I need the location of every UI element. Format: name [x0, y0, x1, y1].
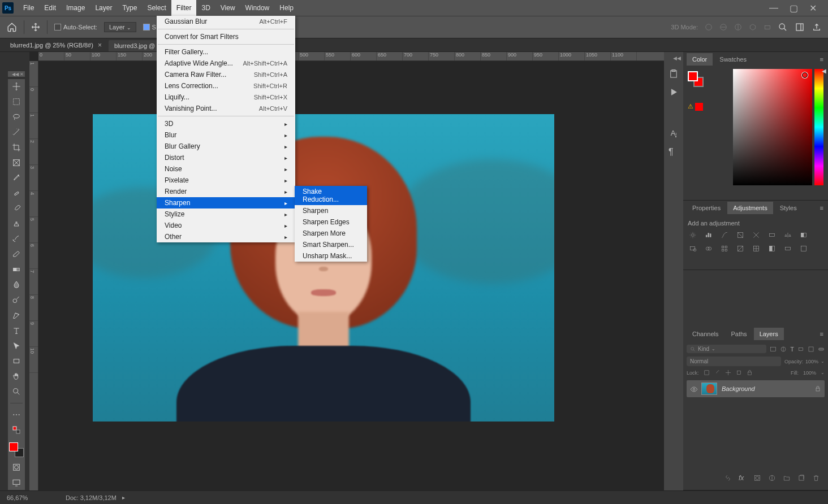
3d-icon-2[interactable] — [719, 23, 727, 31]
eraser-tool-icon[interactable] — [11, 249, 21, 259]
move-tool-icon[interactable] — [11, 81, 21, 92]
menu-item-help[interactable]: Help — [274, 0, 299, 16]
menu-item-liquify[interactable]: Liquify...Shift+Ctrl+X — [157, 92, 295, 103]
type-tool-icon[interactable] — [11, 325, 21, 336]
channel-mixer-icon[interactable] — [704, 245, 714, 253]
menu-item-blur[interactable]: Blur▸ — [157, 129, 295, 141]
3d-icon-4[interactable] — [749, 23, 757, 31]
menu-item-other[interactable]: Other▸ — [157, 231, 295, 242]
levels-icon[interactable] — [704, 231, 714, 239]
gamut-warning-icon[interactable]: ⚠ — [688, 103, 693, 110]
search-icon[interactable] — [778, 23, 787, 32]
menu-item-filter-gallery[interactable]: Filter Gallery... — [157, 46, 295, 58]
menu-item-layer[interactable]: Layer — [90, 0, 117, 16]
share-icon[interactable] — [812, 23, 821, 32]
menu-item-noise[interactable]: Noise▸ — [157, 163, 295, 175]
chevron-right-icon[interactable]: ▸ — [122, 494, 125, 501]
lock-position-icon[interactable] — [714, 370, 721, 376]
home-icon[interactable] — [7, 22, 17, 32]
hue-sat-icon[interactable] — [767, 231, 777, 239]
tab-color[interactable]: Color — [687, 53, 713, 66]
menu-item-file[interactable]: File — [18, 0, 39, 16]
layer-item-background[interactable]: Background — [687, 380, 825, 397]
document-info[interactable]: Doc: 3,12M/3,12M — [66, 494, 117, 501]
ellipsis-icon[interactable]: ⋯ — [11, 410, 21, 420]
submenu-item-sharpen-more[interactable]: Sharpen More — [295, 228, 367, 239]
exposure-icon[interactable] — [735, 231, 745, 239]
color-balance-icon[interactable] — [783, 231, 793, 239]
zoom-value[interactable]: 66,67% — [7, 494, 43, 501]
vibrance-icon[interactable] — [751, 231, 761, 239]
screen-mode-icon[interactable] — [11, 477, 21, 488]
tab-adjustments[interactable]: Adjustments — [727, 202, 773, 214]
tab-swatches[interactable]: Swatches — [714, 53, 752, 66]
tab-properties[interactable]: Properties — [687, 202, 726, 214]
frame-tool-icon[interactable] — [11, 158, 21, 168]
tab-channels[interactable]: Channels — [687, 328, 724, 340]
visibility-toggle-icon[interactable] — [690, 385, 697, 392]
filter-toggle[interactable] — [818, 346, 825, 353]
adjustment-layer-icon[interactable] — [768, 474, 776, 482]
dodge-tool-icon[interactable] — [11, 295, 21, 305]
hue-slider[interactable] — [814, 69, 823, 185]
selective-color-icon[interactable] — [799, 245, 809, 253]
close-window-button[interactable]: ✕ — [809, 3, 817, 14]
lock-artboard-icon[interactable] — [736, 370, 742, 376]
submenu-item-sharpen-edges[interactable]: Sharpen Edges — [295, 216, 367, 228]
default-fg-bg-icon[interactable] — [11, 425, 21, 435]
filter-type-icon[interactable]: T — [790, 346, 794, 353]
brightness-contrast-icon[interactable] — [688, 231, 698, 239]
menu-item-image[interactable]: Image — [61, 0, 90, 16]
menu-item-3d[interactable]: 3D▸ — [157, 118, 295, 129]
curves-icon[interactable] — [719, 231, 730, 239]
document-tab[interactable]: blurred1.jpg @ 25% (RGB/8#) × — [5, 39, 107, 51]
magic-wand-tool-icon[interactable] — [11, 127, 21, 137]
threshold-icon[interactable] — [767, 245, 777, 253]
submenu-item-sharpen[interactable]: Sharpen — [295, 205, 367, 216]
paragraph-panel-icon[interactable]: ¶ — [669, 147, 679, 157]
blur-tool-icon[interactable] — [11, 280, 21, 290]
foreground-background-colors[interactable] — [9, 442, 24, 457]
link-layers-icon[interactable] — [724, 474, 732, 482]
character-panel-icon[interactable]: AI — [669, 129, 679, 139]
menu-item-blur-gallery[interactable]: Blur Gallery▸ — [157, 141, 295, 152]
lock-icon[interactable] — [814, 385, 821, 392]
color-swatches[interactable] — [688, 71, 704, 87]
submenu-item-unsharp-mask[interactable]: Unsharp Mask... — [295, 250, 367, 262]
3d-icon-3[interactable] — [734, 23, 742, 31]
submenu-item-shake-reduction[interactable]: Shake Reduction... — [295, 186, 367, 205]
panel-menu-icon[interactable]: ≡ — [816, 205, 828, 211]
minimize-button[interactable]: — — [769, 3, 778, 14]
submenu-item-smart-sharpen[interactable]: Smart Sharpen... — [295, 239, 367, 250]
tab-layers[interactable]: Layers — [754, 328, 784, 340]
menu-item-edit[interactable]: Edit — [39, 0, 61, 16]
menu-item-sharpen[interactable]: Sharpen▸ — [157, 197, 295, 208]
panel-menu-icon[interactable]: ≡ — [816, 331, 828, 337]
3d-icon-5[interactable] — [764, 23, 771, 31]
menu-item-lens-correction[interactable]: Lens Correction...Shift+Ctrl+R — [157, 80, 295, 92]
hue-slider-thumb[interactable]: ◀ — [822, 68, 826, 74]
menu-item-type[interactable]: Type — [117, 0, 142, 16]
lock-all-icon[interactable] — [747, 370, 753, 376]
menu-item-stylize[interactable]: Stylize▸ — [157, 208, 295, 220]
layer-mask-icon[interactable] — [753, 474, 761, 482]
group-icon[interactable] — [783, 474, 791, 482]
delete-layer-icon[interactable] — [812, 474, 820, 482]
fill-value[interactable]: 100% — [803, 370, 816, 376]
rectangle-tool-icon[interactable] — [11, 356, 21, 366]
menu-item-pixelate[interactable]: Pixelate▸ — [157, 175, 295, 186]
filter-smart-icon[interactable] — [808, 346, 814, 353]
menu-item-convert-for-smart-filters[interactable]: Convert for Smart Filters — [157, 31, 295, 42]
menu-item-gaussian-blur[interactable]: Gaussian BlurAlt+Ctrl+F — [157, 16, 295, 27]
menu-item-select[interactable]: Select — [142, 0, 171, 16]
menu-item-video[interactable]: Video▸ — [157, 220, 295, 231]
marquee-tool-icon[interactable] — [11, 97, 21, 107]
healing-brush-tool-icon[interactable] — [11, 188, 21, 198]
crop-tool-icon[interactable] — [11, 142, 21, 153]
filter-image-icon[interactable] — [770, 346, 777, 353]
gamut-warning-swatch[interactable] — [695, 103, 703, 111]
lock-pixels-icon[interactable] — [704, 370, 710, 376]
auto-select-checkbox[interactable]: Auto-Select: — [54, 24, 97, 31]
panel-menu-icon[interactable]: ≡ — [816, 56, 828, 63]
color-field[interactable] — [733, 69, 812, 185]
